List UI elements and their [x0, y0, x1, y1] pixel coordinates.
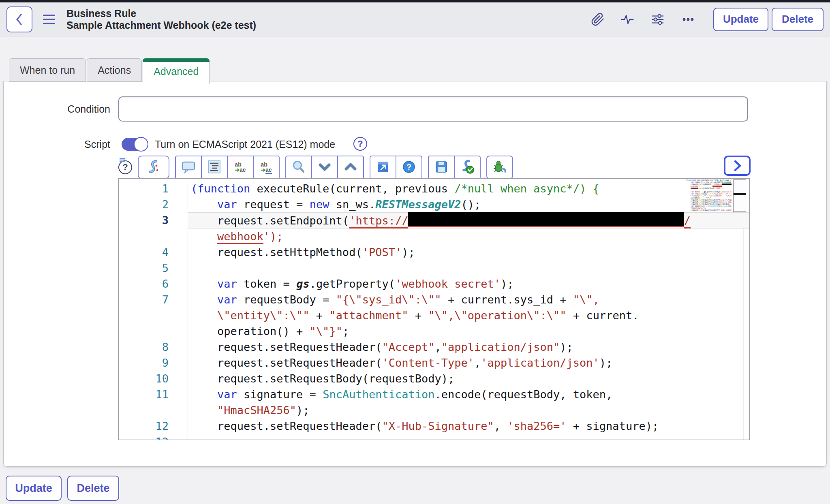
delete-button-bottom[interactable]: Delete: [67, 476, 119, 501]
replace-all-button[interactable]: ab➜ac: [253, 156, 280, 179]
replace-icon: ab➜ac: [235, 162, 246, 173]
code-line: webhook');: [119, 229, 749, 244]
line-number: 3: [119, 212, 188, 229]
delete-button[interactable]: Delete: [772, 8, 824, 31]
toolbar-group: ab➜acab➜ac: [175, 156, 280, 179]
line-number: 4: [119, 244, 188, 260]
code-line: 1(function executeRule(current, previous…: [119, 181, 749, 196]
next-section-button[interactable]: [724, 156, 751, 176]
code-line: 13: [119, 434, 749, 440]
line-number: 2: [119, 196, 188, 212]
script-code-editor[interactable]: 1(function executeRule(current, previous…: [118, 178, 750, 440]
code-line: 12 request.setRequestHeader("X-Hub-Signa…: [119, 418, 749, 434]
back-chevron-icon: [8, 8, 31, 31]
line-number: 12: [119, 418, 188, 434]
paperclip-icon[interactable]: [591, 13, 605, 26]
code-line: 3 request.setEndpoint('https:///: [119, 212, 749, 229]
header-icons: [591, 13, 695, 26]
code-line: 9 request.setRequestHeader('Content-Type…: [119, 355, 749, 371]
business-rule-page: Business Rule Sample Attachment Webhook …: [0, 0, 830, 504]
es-mode-help-icon[interactable]: ?: [353, 137, 367, 151]
code-line: \"entity\":\"" + "attachment" + "\",\"op…: [119, 308, 749, 323]
line-number: 10: [119, 371, 188, 387]
code-line: "HmacSHA256");: [119, 402, 749, 418]
sliders-icon[interactable]: [650, 13, 665, 26]
code-line: 4 request.setHttpMethod('POST');: [119, 244, 749, 260]
line-number: [119, 323, 188, 339]
svg-text:?: ?: [406, 162, 411, 171]
toggle-knob: [134, 137, 148, 152]
line-number: 9: [119, 355, 188, 371]
minimap-viewport-bar: [734, 193, 746, 195]
minimap-code: 1(function executeRule(current, previous…: [686, 179, 732, 212]
code-line: 12 request.setRequestHeader("X-Hub-Signa…: [686, 209, 732, 211]
context-menu-icon[interactable]: [43, 15, 55, 24]
record-header: Business Rule Sample Attachment Webhook …: [0, 2, 830, 36]
editor-minimap: 1(function executeRule(current, previous…: [686, 179, 746, 212]
script-editor-toolbar: ? ab➜acab➜ac?: [118, 156, 519, 179]
update-button[interactable]: Update: [713, 8, 768, 31]
activity-pulse-icon[interactable]: [620, 13, 635, 26]
code-line: 2 var request = new sn_ws.RESTMessageV2(…: [119, 196, 749, 212]
line-number: 5: [119, 260, 188, 276]
line-number: [119, 229, 188, 244]
update-button-bottom[interactable]: Update: [6, 476, 62, 501]
tab-label: Actions: [98, 64, 131, 76]
record-title: Business Rule Sample Attachment Webhook …: [66, 8, 256, 31]
line-number: 1: [119, 181, 188, 196]
record-name: Sample Attachment Webhook (e2e test): [66, 19, 256, 31]
line-number: [119, 402, 188, 418]
tab-when-to-run[interactable]: When to run: [9, 58, 86, 82]
code-line: 10 request.setRequestBody(requestBody);: [119, 371, 749, 387]
condition-input[interactable]: [118, 96, 748, 122]
more-ellipsis-icon[interactable]: [681, 13, 695, 26]
back-button[interactable]: [6, 6, 32, 32]
line-number: [119, 308, 188, 323]
code-line: 5: [119, 260, 749, 276]
replace-all-icon: ab➜ac: [261, 162, 272, 173]
line-number: 8: [119, 339, 188, 355]
line-number: 7: [119, 292, 188, 308]
record-type: Business Rule: [66, 8, 256, 19]
form-tabs: When to runActionsAdvanced: [9, 58, 210, 82]
script-label: Script: [0, 136, 110, 152]
code-line: 11 var signature = SncAuthentication.enc…: [119, 387, 749, 402]
redaction-bar: [408, 212, 684, 227]
tab-advanced[interactable]: Advanced: [143, 58, 210, 84]
condition-label: Condition: [0, 96, 110, 122]
tab-actions[interactable]: Actions: [87, 58, 142, 82]
code-line: 7 var requestBody = "{\"sys_id\":\"" + c…: [119, 292, 749, 308]
line-number: 6: [119, 276, 188, 292]
code-line: 6 var token = gs.getProperty('webhook_se…: [119, 276, 749, 292]
redaction-bar: [722, 184, 732, 185]
es-mode-toggle-label: Turn on ECMAScript 2021 (ES12) mode: [155, 136, 335, 152]
chevron-right-icon: [729, 158, 745, 174]
tab-label: Advanced: [154, 66, 199, 77]
line-number: 13: [119, 434, 188, 440]
code-lines: 1(function executeRule(current, previous…: [119, 181, 749, 440]
line-number: 11: [119, 387, 188, 402]
code-line: 8 request.setRequestHeader("Accept","app…: [119, 339, 749, 355]
es-mode-toggle[interactable]: [122, 138, 148, 151]
code-line: operation() + "\"}";: [119, 323, 749, 339]
code-line: 13: [686, 211, 732, 212]
tab-label: When to run: [20, 64, 75, 76]
minimap-scrollbar[interactable]: [733, 179, 746, 212]
